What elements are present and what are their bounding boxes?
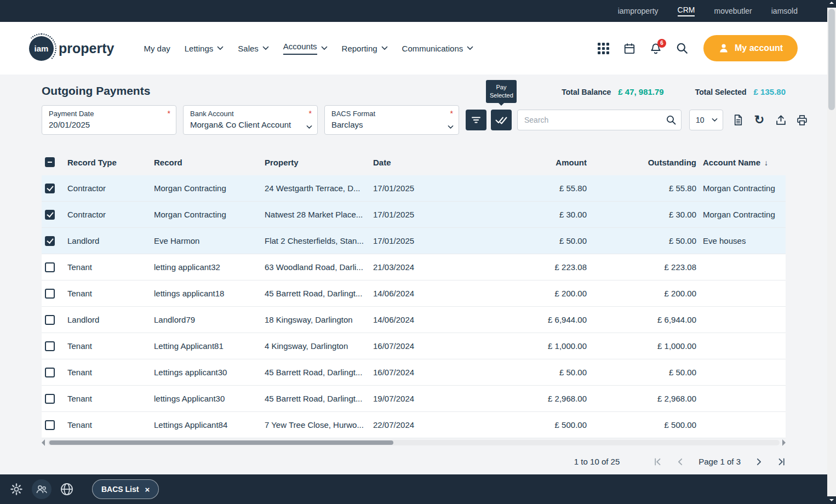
- column-amount[interactable]: Amount: [450, 158, 587, 167]
- bacs-list-tab[interactable]: BACS List ×: [92, 479, 159, 499]
- payment-date-field[interactable]: Payment Date * 20/01/2025: [42, 105, 176, 135]
- table-row: Tenant lettings Applicant30 45 Barrett R…: [42, 386, 786, 412]
- select-all-checkbox[interactable]: [45, 157, 55, 167]
- page-indicator: Page 1 of 3: [698, 457, 741, 466]
- next-page-icon[interactable]: [754, 457, 763, 466]
- bacs-format-select[interactable]: BACS Format * Barclays: [324, 105, 459, 135]
- cell-property: 4 Kingsway, Darlington: [265, 341, 373, 351]
- globe-icon[interactable]: [57, 479, 77, 499]
- cell-account-name: Eve houses: [696, 236, 786, 245]
- nav-lettings[interactable]: Lettings: [185, 44, 224, 53]
- file-icon[interactable]: [731, 113, 745, 127]
- settings-gear-icon[interactable]: [7, 479, 26, 499]
- column-outstanding[interactable]: Outstanding: [587, 158, 696, 167]
- table-row: Landlord Eve Harmon Flat 2 Chesterfields…: [42, 228, 786, 254]
- nav-my-day[interactable]: My day: [144, 44, 170, 53]
- column-record-type[interactable]: Record Type: [67, 158, 154, 167]
- cell-date: 22/07/2024: [373, 420, 450, 429]
- filter-button[interactable]: [466, 110, 486, 130]
- row-checkbox[interactable]: [45, 184, 55, 193]
- column-account-name[interactable]: Account Name↓: [696, 158, 786, 167]
- horizontal-scrollbar-track[interactable]: [48, 440, 780, 445]
- cell-amount: £ 1,000.00: [450, 341, 587, 351]
- chevron-down-icon: [217, 46, 224, 50]
- topbar-link-crm[interactable]: CRM: [678, 5, 695, 16]
- page-head: Outgoing Payments Total Balance £ 47, 98…: [42, 84, 786, 98]
- cell-property: 45 Barrett Road, Darlingt...: [265, 289, 373, 298]
- cell-outstanding: £ 2,968.00: [587, 394, 696, 403]
- nav-accounts[interactable]: Accounts: [283, 42, 328, 55]
- chevron-down-icon: [712, 118, 718, 122]
- cell-date: 17/01/2025: [373, 236, 450, 245]
- total-balance-label: Total Balance: [562, 88, 611, 96]
- chevron-down-icon: [467, 46, 473, 50]
- cell-outstanding: £ 30.00: [587, 210, 696, 219]
- refresh-icon[interactable]: ↻: [753, 113, 766, 127]
- vertical-scrollbar-thumb[interactable]: [828, 9, 835, 110]
- vertical-scrollbar[interactable]: [827, 0, 836, 504]
- pagination: 1 to 10 of 25 Page 1 of 3: [42, 457, 786, 466]
- cell-date: 19/07/2024: [373, 394, 450, 403]
- cell-property: 24 Westgarth Terrace, D...: [265, 184, 373, 193]
- cell-record-type: Landlord: [67, 315, 154, 324]
- notifications-bell-icon[interactable]: 6: [650, 43, 662, 54]
- column-date[interactable]: Date: [373, 158, 450, 167]
- users-icon[interactable]: [32, 479, 51, 499]
- cell-account-name: Morgan Contracting: [696, 184, 786, 193]
- cell-outstanding: £ 223.08: [587, 262, 696, 272]
- scroll-down-icon[interactable]: [827, 496, 836, 504]
- row-checkbox[interactable]: [45, 210, 55, 220]
- column-record[interactable]: Record: [154, 158, 265, 167]
- search-icon[interactable]: [676, 42, 688, 54]
- row-checkbox[interactable]: [45, 289, 55, 299]
- cell-amount: £ 50.00: [450, 368, 587, 377]
- topbar-link-movebutler[interactable]: movebutler: [714, 7, 752, 15]
- last-page-icon[interactable]: [777, 457, 786, 466]
- bank-account-select[interactable]: Bank Account * Morgan& Co Client Account: [183, 105, 318, 135]
- export-icon[interactable]: [774, 113, 787, 127]
- row-checkbox[interactable]: [45, 262, 55, 272]
- cell-date: 21/03/2024: [373, 262, 450, 272]
- row-checkbox[interactable]: [45, 420, 55, 430]
- page-content: Outgoing Payments Total Balance £ 47, 98…: [0, 75, 836, 466]
- row-checkbox[interactable]: [45, 394, 55, 404]
- pagination-range: 1 to 10 of 25: [574, 457, 620, 466]
- iamproperty-logo[interactable]: iam property: [29, 36, 114, 61]
- calendar-icon[interactable]: [623, 43, 635, 54]
- totals: Total Balance £ 47, 981.79 Total Selecte…: [562, 87, 786, 96]
- first-page-icon[interactable]: [654, 457, 662, 466]
- nav-reporting[interactable]: Reporting: [342, 44, 388, 53]
- topbar-link-iamsold[interactable]: iamsold: [771, 7, 798, 15]
- nav-communications[interactable]: Communications: [402, 44, 474, 53]
- search-input[interactable]: [517, 110, 682, 130]
- scroll-right-icon[interactable]: [782, 439, 786, 446]
- required-asterisk: *: [450, 109, 453, 118]
- row-checkbox[interactable]: [45, 341, 55, 351]
- pay-selected-button[interactable]: [491, 110, 512, 130]
- previous-page-icon[interactable]: [676, 457, 685, 466]
- search-icon[interactable]: [666, 114, 677, 125]
- cell-record-type: Contractor: [67, 210, 154, 219]
- table-header-row: Record Type Record Property Date Amount …: [42, 149, 786, 175]
- horizontal-scrollbar[interactable]: [42, 439, 786, 446]
- cell-record: Morgan Contracting: [154, 210, 265, 219]
- row-checkbox[interactable]: [45, 368, 55, 377]
- nav-sales[interactable]: Sales: [238, 44, 269, 53]
- scroll-up-icon[interactable]: [827, 0, 836, 8]
- topbar-link-iamproperty[interactable]: iamproperty: [618, 7, 659, 15]
- close-icon[interactable]: ×: [145, 485, 150, 494]
- row-checkbox[interactable]: [45, 236, 55, 246]
- column-property[interactable]: Property: [265, 158, 373, 167]
- row-checkbox[interactable]: [45, 315, 55, 325]
- apps-grid-icon[interactable]: [598, 43, 609, 54]
- print-icon[interactable]: [795, 113, 809, 127]
- scroll-left-icon[interactable]: [42, 439, 45, 446]
- total-selected-value: £ 135.80: [754, 87, 786, 96]
- table-body: Contractor Morgan Contracting 24 Westgar…: [42, 175, 786, 438]
- horizontal-scrollbar-thumb[interactable]: [49, 440, 393, 445]
- my-account-button[interactable]: My account: [703, 35, 798, 61]
- page-size-select[interactable]: 10: [689, 110, 723, 130]
- action-icons: ↻: [731, 113, 809, 127]
- cell-date: 14/06/2024: [373, 289, 450, 298]
- total-balance-value: £ 47, 981.79: [618, 87, 663, 96]
